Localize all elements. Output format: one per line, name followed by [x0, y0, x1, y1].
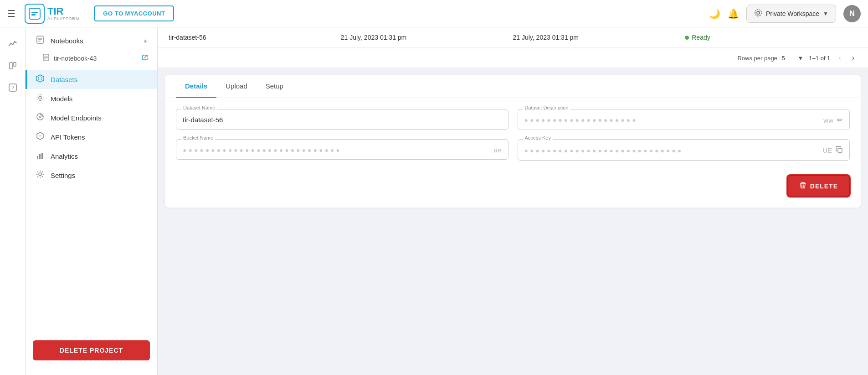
svg-rect-28 [37, 156, 38, 159]
workspace-icon [754, 9, 762, 19]
bucket-name-blurred: ●●●●●●●●●●●●●●●●●●●●●●●●●●●● [183, 146, 342, 154]
chevron-down-icon: ▼ [823, 10, 828, 17]
workspace-svg-icon [754, 9, 762, 17]
workspace-label: Private Workspace [766, 10, 819, 17]
sidebar-icon-help[interactable]: ? [4, 78, 22, 97]
detail-tabs: Details Upload Setup [165, 75, 861, 98]
settings-label: Settings [51, 172, 75, 179]
copy-icon[interactable] [836, 146, 843, 155]
notebooks-label: Notebooks [51, 37, 83, 45]
bucket-name-field: Bucket Name ●●●●●●●●●●●●●●●●●●●●●●●●●●●●… [176, 139, 508, 161]
svg-text:?: ? [11, 85, 14, 90]
table-cell-status: Ready [685, 34, 857, 41]
svg-point-31 [39, 173, 41, 176]
model-endpoints-label: Model Endpoints [51, 114, 102, 122]
menu-icon[interactable]: ☰ [7, 8, 15, 19]
access-key-field: Access Key ●●●●●●●●●●●●●●●●●●●●●●●●●●●● … [518, 139, 850, 161]
svg-rect-6 [13, 62, 16, 66]
detail-fields: Dataset Name Dataset Description ●●●●●●●… [165, 98, 861, 172]
access-key-label: Access Key [523, 135, 553, 141]
svg-marker-18 [36, 75, 44, 82]
page-info: 1–1 of 1 [809, 55, 830, 62]
svg-rect-32 [838, 148, 842, 152]
avatar[interactable]: N [843, 5, 861, 22]
rows-per-page-select[interactable]: 5 10 25 [781, 55, 795, 62]
access-key-input[interactable]: ●●●●●●●●●●●●●●●●●●●●●●●●●●●● UE [518, 139, 850, 161]
sidebar-icon-analytics[interactable] [4, 35, 22, 53]
main-content: tir-dataset-56 21 July, 2023 01:31 pm 21… [158, 27, 868, 375]
dark-mode-icon[interactable]: 🌙 [709, 8, 720, 19]
sidebar-item-datasets[interactable]: Datasets [26, 70, 157, 89]
api-tokens-icon [36, 132, 45, 142]
main-layout: ? Notebooks ▲ [0, 27, 868, 375]
datasets-icon [36, 74, 45, 84]
sidebar-item-api-tokens[interactable]: API Tokens [26, 127, 157, 146]
dataset-name-field: Dataset Name [176, 109, 508, 130]
bucket-name-suffix: ae [494, 146, 502, 154]
dataset-description-label: Dataset Description [523, 105, 570, 110]
table-cell-updated: 21 July, 2023 01:31 pm [513, 34, 685, 41]
models-label: Models [51, 95, 72, 103]
tab-setup[interactable]: Setup [257, 75, 293, 98]
rows-per-page-label: Rows per page: [737, 55, 779, 62]
sidebar-item-notebook-file[interactable]: tir-notebook-43 [26, 50, 157, 66]
svg-rect-29 [39, 154, 41, 159]
bucket-name-label: Bucket Name [181, 135, 215, 141]
settings-icon [36, 170, 45, 180]
table-row[interactable]: tir-dataset-56 21 July, 2023 01:31 pm 21… [158, 27, 868, 48]
pagination-row: Rows per page: 5 10 25 ▼ 1–1 of 1 ‹ › [158, 48, 868, 68]
access-key-blurred: ●●●●●●●●●●●●●●●●●●●●●●●●●●●● [524, 147, 683, 154]
status-ready-label: Ready [692, 34, 710, 41]
delete-project-button[interactable]: DELETE PROJECT [33, 340, 150, 360]
dataset-name-input[interactable] [176, 109, 508, 130]
logo-box [25, 4, 45, 24]
svg-point-25 [39, 116, 41, 118]
tab-upload[interactable]: Upload [216, 75, 257, 98]
nav-sidebar: Notebooks ▲ tir-notebook-43 [26, 27, 158, 375]
svg-point-4 [755, 10, 761, 16]
status-dot-icon [685, 36, 689, 40]
tab-details[interactable]: Details [176, 75, 216, 98]
svg-rect-1 [31, 12, 38, 13]
sidebar-item-notebooks[interactable]: Notebooks ▲ [26, 31, 157, 50]
workspace-button[interactable]: Private Workspace ▼ [746, 5, 836, 23]
prev-page-button[interactable]: ‹ [836, 53, 843, 63]
svg-rect-0 [29, 8, 40, 19]
svg-marker-19 [38, 77, 42, 80]
notifications-icon[interactable]: 🔔 [728, 8, 739, 19]
icon-sidebar: ? [0, 27, 26, 375]
svg-line-17 [144, 55, 147, 58]
delete-trash-icon [799, 182, 806, 190]
edit-description-icon[interactable]: ✏ [837, 116, 843, 124]
logo-svg-icon [28, 7, 41, 20]
rows-per-page: Rows per page: 5 10 25 ▼ [737, 55, 803, 62]
go-myaccount-button[interactable]: GO TO MYACCOUNT [94, 5, 174, 21]
next-page-button[interactable]: › [849, 53, 857, 63]
delete-dataset-button[interactable]: DELETE [787, 175, 850, 197]
bucket-name-input[interactable]: ●●●●●●●●●●●●●●●●●●●●●●●●●●●● ae [176, 139, 508, 160]
model-endpoints-icon [36, 113, 45, 123]
analytics-sidebar-icon [36, 151, 45, 161]
models-icon [36, 94, 45, 104]
notebooks-icon [36, 36, 45, 46]
table-cell-name: tir-dataset-56 [169, 34, 341, 41]
svg-point-3 [757, 11, 760, 14]
detail-footer: DELETE [165, 172, 861, 197]
datasets-label: Datasets [51, 76, 77, 83]
logo: TIR AI PLATFORM [25, 4, 79, 24]
sidebar-item-model-endpoints[interactable]: Model Endpoints [26, 108, 157, 127]
detail-section: Details Upload Setup Dataset Name Datase… [165, 75, 861, 208]
topnav: ☰ TIR AI PLATFORM GO TO MYACCOUNT 🌙 🔔 [0, 0, 868, 27]
dataset-description-field: Dataset Description ●●●●●●●●●●●●●●●●●●●●… [518, 109, 850, 130]
dataset-description-input[interactable]: ●●●●●●●●●●●●●●●●●●●● ww ✏ [518, 109, 850, 130]
access-key-suffix: UE [822, 146, 832, 154]
sidebar-item-analytics[interactable]: Analytics [26, 146, 157, 166]
sidebar-item-models[interactable]: Models [26, 89, 157, 108]
dataset-description-blurred: ●●●●●●●●●●●●●●●●●●●● [524, 116, 638, 124]
svg-point-20 [39, 96, 41, 99]
external-link-icon[interactable] [142, 54, 148, 62]
svg-rect-30 [41, 153, 43, 159]
sidebar-item-settings[interactable]: Settings [26, 166, 157, 185]
notebook-file-icon [43, 54, 49, 62]
sidebar-icon-tag[interactable] [4, 57, 22, 75]
